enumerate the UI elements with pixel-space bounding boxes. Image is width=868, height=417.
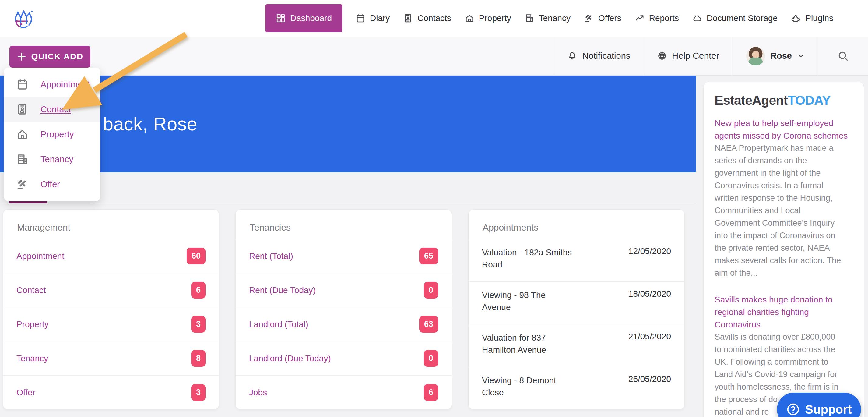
nav-item-label: Reports xyxy=(649,13,679,23)
news-article-body-line: to nominated charities across the xyxy=(715,343,853,356)
appointment-label: Viewing - 98 The Avenue xyxy=(482,289,573,314)
nav-item-label: Dashboard xyxy=(290,13,332,23)
user-menu[interactable]: Rose xyxy=(733,36,818,75)
appointment-row[interactable]: Viewing - 98 The Avenue18/05/2020 xyxy=(469,281,684,324)
card-row-link[interactable]: Rent (Total) xyxy=(249,251,293,261)
notifications-button[interactable]: Notifications xyxy=(554,36,644,75)
count-badge: 60 xyxy=(187,248,206,264)
nav-item-reports[interactable]: Reports xyxy=(635,13,679,23)
nav-item-plugins[interactable]: Plugins xyxy=(791,13,833,23)
news-article-body-line: government in the light of the xyxy=(715,167,853,179)
count-badge: 65 xyxy=(419,248,438,264)
news-article-body-line: UK. Following a commitment to xyxy=(715,356,853,368)
card-row-link[interactable]: Offer xyxy=(17,388,35,397)
nav-item-contacts[interactable]: Contacts xyxy=(403,13,451,23)
news-article-title-line[interactable]: agents missed by Corona schemes xyxy=(715,129,853,142)
top-nav-bar: DashboardDiaryContactsPropertyTenancyOff… xyxy=(0,0,868,36)
quick-add-menu-item-contact[interactable]: Contact xyxy=(4,97,100,122)
card-management: ManagementAppointment60Contact6Property3… xyxy=(3,209,219,410)
nav-item-offers[interactable]: Offers xyxy=(584,13,621,23)
nav-item-label: Document Storage xyxy=(707,13,778,23)
calendar-icon xyxy=(355,13,365,23)
app-logo[interactable] xyxy=(11,7,35,30)
app-root: DashboardDiaryContactsPropertyTenancyOff… xyxy=(0,0,868,417)
card-row-jobs: Jobs6 xyxy=(236,375,452,409)
tab-underline xyxy=(9,201,47,203)
card-row-link[interactable]: Tenancy xyxy=(17,354,48,363)
nav-item-document-storage[interactable]: Document Storage xyxy=(692,13,778,23)
card-row-link[interactable]: Contact xyxy=(17,286,46,295)
news-article-title-line[interactable]: New plea to help self-employed xyxy=(715,117,853,129)
quick-add-menu-item-property[interactable]: Property xyxy=(4,122,100,147)
count-badge: 6 xyxy=(191,282,206,299)
news-article-body-line: series of demands on the xyxy=(715,154,853,167)
card-row-landlord-due-today: Landlord (Due Today)0 xyxy=(236,341,452,375)
count-badge: 0 xyxy=(424,282,438,299)
support-button[interactable]: Support xyxy=(777,393,861,417)
gavel-icon xyxy=(584,13,594,23)
news-article-title-line[interactable]: regional charities fighting xyxy=(715,306,853,318)
quick-add-menu-item-label: Property xyxy=(40,129,74,140)
appointment-row[interactable]: Valuation for 837 Hamilton Avenue21/05/2… xyxy=(469,324,684,367)
count-badge: 3 xyxy=(191,384,206,401)
count-badge: 63 xyxy=(419,316,438,333)
news-logo-accent: TODAY xyxy=(787,93,831,108)
quick-add-menu-item-appointment[interactable]: Appointment xyxy=(4,72,100,97)
news-article-title-line[interactable]: Savills makes huge donation to xyxy=(715,293,853,306)
nav-item-label: Tenancy xyxy=(539,13,570,23)
quick-add-menu-item-offer[interactable]: Offer xyxy=(4,172,100,197)
card-row-landlord-total: Landlord (Total)63 xyxy=(236,307,452,341)
notifications-label: Notifications xyxy=(582,51,630,61)
toolbar: QUICK ADD Notifications Help Center Rose xyxy=(0,36,868,76)
calendar-icon xyxy=(16,78,28,90)
cloud-icon xyxy=(692,13,702,23)
news-logo-primary: EstateAgent xyxy=(715,93,787,108)
news-article-body-line: into the impact of Coronavirus on xyxy=(715,229,853,242)
avatar xyxy=(746,47,765,65)
quick-add-button[interactable]: QUICK ADD xyxy=(9,46,90,68)
nav-item-diary[interactable]: Diary xyxy=(355,13,390,23)
nav-item-tenancy[interactable]: Tenancy xyxy=(525,13,570,23)
quick-add-menu: AppointmentContactPropertyTenancyOffer xyxy=(4,68,100,201)
quick-add-menu-item-tenancy[interactable]: Tenancy xyxy=(4,147,100,172)
news-article-body-line: written response to the Housing, xyxy=(715,192,853,204)
nav-item-property[interactable]: Property xyxy=(465,13,511,23)
search-button[interactable] xyxy=(818,36,868,75)
news-panel: EstateAgentTODAY New plea to help self-e… xyxy=(703,82,864,417)
news-article-body-line: the private rented sector, NAEA xyxy=(715,242,853,254)
building-icon xyxy=(16,153,28,166)
card-row-link[interactable]: Property xyxy=(17,320,49,329)
news-article-body-line: makes several calls for action. The xyxy=(715,254,853,267)
card-row-link[interactable]: Appointment xyxy=(17,251,64,261)
news-logo: EstateAgentTODAY xyxy=(715,93,853,108)
nav-item-dashboard[interactable]: Dashboard xyxy=(266,4,342,32)
card-row-link[interactable]: Rent (Due Today) xyxy=(249,286,316,295)
news-article-body-line: aim of the... xyxy=(715,267,853,279)
appointment-row[interactable]: Valuation - 182a Smiths Road12/05/2020 xyxy=(469,239,684,281)
nav-item-label: Plugins xyxy=(805,13,833,23)
news-article-title-line[interactable]: Coronavirus xyxy=(715,318,853,331)
card-row-property: Property3 xyxy=(3,307,219,341)
globe-icon xyxy=(657,51,667,61)
gavel-icon xyxy=(16,178,28,190)
card-appointments: AppointmentsValuation - 182a Smiths Road… xyxy=(468,209,685,410)
count-badge: 3 xyxy=(191,316,206,333)
content-divider xyxy=(0,203,696,204)
quick-add-menu-item-label: Offer xyxy=(40,179,60,189)
nav-item-label: Diary xyxy=(370,13,390,23)
card-row-link[interactable]: Landlord (Total) xyxy=(249,320,308,329)
card-title: Tenancies xyxy=(236,210,452,239)
help-center-button[interactable]: Help Center xyxy=(644,36,733,75)
puzzle-icon xyxy=(791,13,801,23)
nav-item-label: Offers xyxy=(598,13,621,23)
news-article-body-line: Communities and Local xyxy=(715,204,853,217)
chevron-down-icon xyxy=(797,52,804,60)
appointment-row[interactable]: Viewing - 8 Demont Close26/05/2020 xyxy=(469,367,684,409)
card-row-contact: Contact6 xyxy=(3,273,219,307)
card-row-link[interactable]: Jobs xyxy=(249,388,267,397)
quick-add-menu-item-label: Appointment xyxy=(40,80,90,90)
card-row-appointment: Appointment60 xyxy=(3,239,219,273)
appointment-label: Valuation - 182a Smiths Road xyxy=(482,246,573,271)
card-row-rent-total: Rent (Total)65 xyxy=(236,239,452,273)
card-row-link[interactable]: Landlord (Due Today) xyxy=(249,354,331,363)
